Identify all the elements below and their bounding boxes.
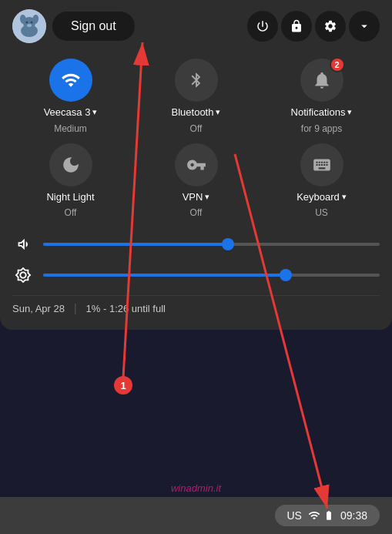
wifi-tile[interactable]: Veecasa 3 ▾ Medium (12, 59, 129, 134)
svg-point-5 (26, 22, 28, 24)
notification-badge: 2 (330, 57, 345, 72)
volume-icon (12, 233, 34, 255)
brightness-slider-row (12, 264, 380, 286)
nightlight-icon (49, 143, 92, 186)
bottom-info-bar: Sun, Apr 28 | 1% - 1:26 until full (12, 295, 380, 317)
expand-button[interactable] (349, 11, 380, 42)
bluetooth-label: Bluetooth (172, 106, 214, 119)
vpn-sublabel: Off (190, 207, 203, 218)
bluetooth-label-row: Bluetooth ▾ (172, 106, 221, 119)
lock-button[interactable] (281, 11, 312, 42)
wifi-icon (49, 59, 92, 102)
status-bar: US 09:38 (0, 497, 392, 534)
avatar[interactable] (12, 9, 46, 43)
quick-settings-panel: Sign out (0, 0, 392, 330)
volume-slider-thumb (222, 238, 234, 250)
svg-point-6 (31, 22, 33, 24)
brightness-icon (12, 264, 34, 286)
separator: | (74, 302, 77, 314)
volume-slider-track[interactable] (43, 243, 380, 246)
nightlight-label: Night Light (46, 191, 94, 203)
volume-slider-fill (43, 243, 228, 246)
wifi-label-row: Veecasa 3 ▾ (44, 106, 98, 119)
watermark: winadmin.it (171, 482, 221, 494)
bluetooth-icon (175, 59, 218, 102)
bluetooth-sublabel: Off (190, 123, 203, 134)
notifications-label-row: Notifications ▾ (291, 106, 353, 119)
vpn-tile[interactable]: VPN ▾ Off (138, 143, 254, 219)
vpn-label-row: VPN ▾ (183, 191, 210, 203)
keyboard-label-row: Keyboard ▾ (297, 191, 347, 203)
brightness-slider-thumb (280, 269, 292, 281)
header-row: Sign out (12, 9, 380, 43)
notifications-sublabel: for 9 apps (301, 123, 342, 134)
brightness-slider-track[interactable] (43, 274, 380, 277)
wifi-dropdown-arrow: ▾ (92, 107, 97, 117)
power-button[interactable] (247, 11, 278, 42)
svg-text:1: 1 (120, 380, 126, 391)
settings-button[interactable] (315, 11, 346, 42)
keyboard-indicator: US (287, 509, 302, 522)
battery-status-icon (323, 509, 334, 522)
time-label: 09:38 (340, 509, 367, 522)
bluetooth-dropdown-arrow: ▾ (216, 107, 220, 117)
status-icons (308, 509, 334, 522)
status-pill: US 09:38 (275, 505, 380, 526)
keyboard-icon (300, 143, 343, 186)
notifications-icon: 2 (300, 59, 343, 102)
bluetooth-tile[interactable]: Bluetooth ▾ Off (138, 59, 254, 134)
notifications-tile[interactable]: 2 Notifications ▾ for 9 apps (263, 59, 380, 134)
keyboard-sublabel: US (315, 207, 328, 218)
vpn-icon (175, 143, 218, 186)
vpn-dropdown-arrow: ▾ (205, 192, 209, 202)
volume-slider-row (12, 233, 380, 255)
notifications-dropdown-arrow: ▾ (347, 107, 352, 117)
sign-out-button[interactable]: Sign out (52, 12, 135, 41)
wifi-sublabel: Medium (54, 123, 87, 134)
keyboard-label: Keyboard (297, 191, 340, 203)
wifi-label: Veecasa 3 (44, 106, 91, 119)
keyboard-tile[interactable]: Keyboard ▾ US (263, 143, 380, 219)
quick-settings-grid: Veecasa 3 ▾ Medium Bluetooth ▾ Off (12, 59, 380, 218)
svg-point-7 (27, 24, 32, 27)
keyboard-dropdown-arrow: ▾ (342, 192, 347, 202)
svg-point-11 (114, 376, 132, 395)
wifi-status-icon (308, 509, 320, 522)
header-icons (247, 11, 380, 42)
nightlight-tile[interactable]: Night Light Off (12, 143, 129, 219)
nightlight-sublabel: Off (65, 207, 77, 218)
notifications-label: Notifications (291, 106, 346, 119)
date-label: Sun, Apr 28 (12, 303, 65, 314)
brightness-slider-fill (43, 274, 286, 277)
vpn-label: VPN (183, 191, 203, 203)
battery-label: 1% - 1:26 until full (86, 303, 166, 314)
